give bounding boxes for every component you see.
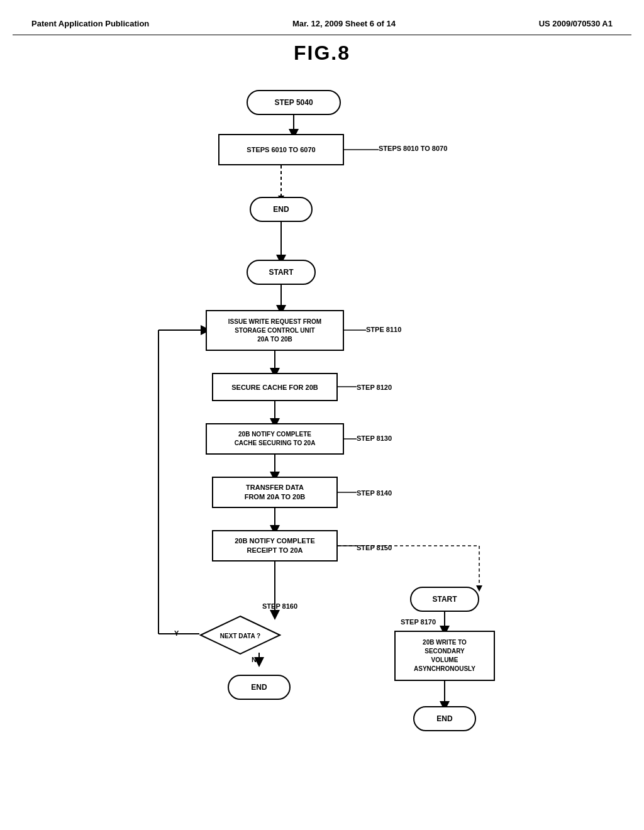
label-n: N (252, 656, 257, 663)
box-step8130: 20B NOTIFY COMPLETE CACHE SECURING TO 20… (206, 423, 344, 455)
label-step8120: STEP 8120 (357, 384, 392, 391)
label-stpe8110: STPE 8110 (366, 326, 401, 333)
header-right: US 2009/070530 A1 (539, 19, 613, 28)
header-left: Patent Application Publication (31, 19, 149, 28)
box-start2: START (410, 587, 479, 612)
box-step8110: ISSUE WRITE REQUEST FROM STORAGE CONTROL… (206, 310, 344, 351)
svg-marker-24 (476, 585, 482, 592)
label-step8160: STEP 8160 (262, 602, 297, 610)
diamond-nextdata: NEXT DATA ? (199, 615, 281, 656)
page: Patent Application Publication Mar. 12, … (0, 0, 644, 830)
label-step8170: STEP 8170 (401, 618, 436, 626)
page-header: Patent Application Publication Mar. 12, … (13, 13, 631, 35)
diagram: STEP 5040 STEPS 6010 TO 6070 STEPS 8010 … (102, 77, 542, 800)
box-step8170: 20B WRITE TO SECONDARY VOLUME ASYNCHRONO… (394, 631, 495, 681)
header-center: Mar. 12, 2009 Sheet 6 of 14 (292, 19, 396, 28)
label-steps8010: STEPS 8010 TO 8070 (379, 145, 447, 152)
box-steps6010: STEPS 6010 TO 6070 (218, 134, 344, 165)
box-end1: END (250, 197, 313, 222)
label-y: Y (174, 629, 179, 637)
box-step5040: STEP 5040 (247, 90, 341, 115)
box-step8120: SECURE CACHE FOR 20B (212, 373, 338, 401)
box-end2: END (228, 675, 291, 700)
box-end3: END (413, 706, 476, 731)
box-step8150: 20B NOTIFY COMPLETE RECEIPT TO 20A (212, 530, 338, 562)
figure-title: FIG.8 (13, 42, 631, 65)
label-step8130: STEP 8130 (357, 434, 392, 442)
svg-text:NEXT DATA ?: NEXT DATA ? (220, 633, 260, 639)
label-step8140: STEP 8140 (357, 489, 392, 497)
label-step8150: STEP 8150 (357, 544, 392, 551)
box-start1: START (247, 260, 316, 285)
box-step8140: TRANSFER DATA FROM 20A TO 20B (212, 477, 338, 508)
